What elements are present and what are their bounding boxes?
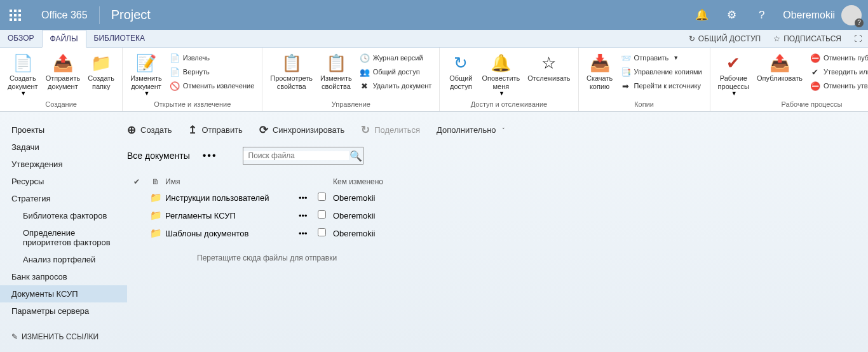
nav-item[interactable]: Определение приоритетов факторов [0, 224, 127, 251]
sync-icon: ⟳ [259, 123, 268, 137]
workflow-icon: ✔ [723, 53, 743, 73]
tab-files[interactable]: ФАЙЛЫ [42, 30, 86, 48]
search-input[interactable] [243, 151, 349, 160]
alert-me-button[interactable]: 🔔Оповеститьменя▼ [479, 51, 522, 98]
search-icon[interactable]: 🔍 [349, 150, 363, 162]
nav-item[interactable]: Проекты [0, 121, 127, 139]
checkin-button[interactable]: 📄Вернуть [167, 65, 257, 78]
list-row[interactable]: 📁Инструкции пользователей•••Oberemokii [127, 189, 868, 206]
nav-item[interactable]: Документы КСУП [0, 285, 127, 302]
view-menu-icon[interactable]: ••• [203, 150, 217, 161]
brand-label[interactable]: Office 365 [30, 10, 99, 21]
publish-button[interactable]: 📤Опубликовать [754, 51, 805, 84]
item-name[interactable]: Регламенты КСУП [165, 211, 299, 220]
send-icon: 📨 [621, 53, 631, 63]
select-all-check[interactable]: ✔ [127, 177, 146, 186]
edit-properties-button[interactable]: 📋Изменитьсвойства [318, 51, 355, 91]
app-name[interactable]: Project [100, 8, 162, 22]
share-cmd-button[interactable]: ↻Поделиться [361, 123, 420, 137]
user-menu[interactable]: Oberemokii [776, 5, 868, 25]
type-icon-header: 🗎 [146, 177, 165, 186]
share-page-button[interactable]: ↻ОБЩИЙ ДОСТУП [682, 30, 767, 47]
item-name[interactable]: Шаблоны документов [165, 229, 299, 238]
drop-hint: Перетащите сюда файлы для отправки [127, 242, 868, 262]
upload-document-button[interactable]: 📤Отправитьдокумент [43, 51, 83, 91]
item-checkbox[interactable] [318, 210, 326, 219]
shared-with-button[interactable]: 👥Общий доступ [357, 65, 435, 78]
name-column-header[interactable]: Имя [165, 177, 299, 186]
discard-checkout-button[interactable]: 🚫Отменить извлечение [167, 79, 257, 92]
download-copy-button[interactable]: 📥Скачатькопию [584, 51, 616, 91]
follow-button[interactable]: ☆Отслеживать [525, 51, 573, 84]
nav-item[interactable]: Анализ портфелей [0, 251, 127, 268]
group-label: Копии [584, 98, 705, 110]
item-modified-by[interactable]: Oberemokii [333, 229, 428, 238]
share-icon: ↻ [361, 123, 370, 137]
send-to-button[interactable]: 📨Отправить▼ [618, 51, 705, 64]
modified-by-column-header[interactable]: Кем изменено [333, 177, 428, 186]
create-document-button[interactable]: 📄Создатьдокумент▼ [5, 51, 41, 98]
source-icon: ➡ [621, 81, 631, 91]
nav-item[interactable]: Стратегия [0, 190, 127, 207]
help-icon[interactable]: ? [747, 0, 776, 30]
item-modified-by[interactable]: Oberemokii [333, 211, 428, 220]
gear-icon[interactable]: ⚙ [717, 0, 747, 30]
item-menu-icon[interactable]: ••• [299, 211, 318, 220]
svg-rect-1 [14, 10, 17, 12]
notifications-icon[interactable]: 🔔 [687, 0, 717, 30]
focus-icon[interactable]: ⛶ [848, 30, 868, 47]
unpublish-button[interactable]: ⛔Отменить публикацию [808, 51, 868, 64]
edit-document-button[interactable]: 📝Изменитьдокумент▼ [128, 51, 165, 98]
sync-button[interactable]: ⟳Синхронизировать [259, 123, 344, 137]
nav-item[interactable]: Ресурсы [0, 173, 127, 190]
copies-icon: 📑 [621, 67, 631, 77]
approve-reject-button[interactable]: ✔Утвердить или отклонить [808, 65, 868, 78]
user-name: Oberemokii [783, 10, 835, 21]
checkin-icon: 📄 [170, 67, 180, 77]
app-launcher-icon[interactable] [0, 0, 30, 30]
nav-item[interactable]: Библиотека факторов [0, 207, 127, 224]
goto-source-button[interactable]: ➡Перейти к источнику [618, 79, 705, 92]
manage-copies-button[interactable]: 📑Управление копиями [618, 65, 705, 78]
item-modified-by[interactable]: Oberemokii [333, 193, 428, 203]
follow-page-button[interactable]: ☆ПОДПИСАТЬСЯ [767, 30, 848, 47]
item-menu-icon[interactable]: ••• [299, 229, 318, 238]
version-history-button[interactable]: 🕓Журнал версий [357, 51, 435, 64]
list-row[interactable]: 📁Шаблоны документов•••Oberemokii [127, 224, 868, 242]
download-icon: 📥 [590, 53, 610, 73]
pencil-icon: ✎ [11, 332, 18, 341]
nav-item[interactable]: Банк запросов [0, 268, 127, 285]
view-properties-button[interactable]: 📋Просмотретьсвойства [268, 51, 315, 91]
chevron-down-icon: ˅ [502, 127, 505, 133]
suite-bar: Office 365 Project 🔔 ⚙ ? Oberemokii [0, 0, 868, 30]
share-button[interactable]: ↻Общийдоступ [445, 51, 477, 91]
item-checkbox[interactable] [318, 193, 326, 201]
item-menu-icon[interactable]: ••• [299, 193, 318, 203]
edit-links-button[interactable]: ✎ИЗМЕНИТЬ ССЫЛКИ [0, 320, 127, 352]
item-checkbox[interactable] [318, 228, 326, 236]
nav-item[interactable]: Задачи [0, 139, 127, 156]
nav-item[interactable]: Утверждения [0, 156, 127, 173]
new-doc-icon: 📄 [13, 53, 33, 73]
new-button[interactable]: ⊕Создать [127, 123, 172, 137]
cancel-approval-button[interactable]: ⛔Отменить утверждение [808, 79, 868, 92]
star-icon: ☆ [539, 53, 559, 73]
tab-library[interactable]: БИБЛИОТЕКА [86, 30, 153, 47]
nav-item[interactable]: Параметры сервера [0, 302, 127, 320]
item-name[interactable]: Инструкции пользователей [165, 193, 299, 203]
command-bar: ⊕Создать ↥Отправить ⟳Синхронизировать ↻П… [127, 118, 868, 142]
upload-button[interactable]: ↥Отправить [188, 123, 242, 137]
checkout-button[interactable]: 📄Извлечь [167, 51, 257, 64]
svg-rect-4 [14, 14, 17, 17]
view-name[interactable]: Все документы [127, 151, 190, 161]
workflows-button[interactable]: ✔Рабочиепроцессы▼ [715, 51, 752, 98]
more-button[interactable]: Дополнительно˅ [437, 125, 505, 135]
list-row[interactable]: 📁Регламенты КСУП•••Oberemokii [127, 206, 868, 224]
delete-icon: ✖ [360, 81, 370, 91]
delete-document-button[interactable]: ✖Удалить документ [357, 79, 435, 92]
search-box: 🔍 [243, 147, 363, 165]
tab-overview[interactable]: ОБЗОР [0, 30, 42, 47]
upload-icon: 📤 [53, 53, 73, 73]
svg-rect-2 [18, 10, 21, 12]
create-folder-button[interactable]: 📁Создатьпапку [85, 51, 117, 91]
